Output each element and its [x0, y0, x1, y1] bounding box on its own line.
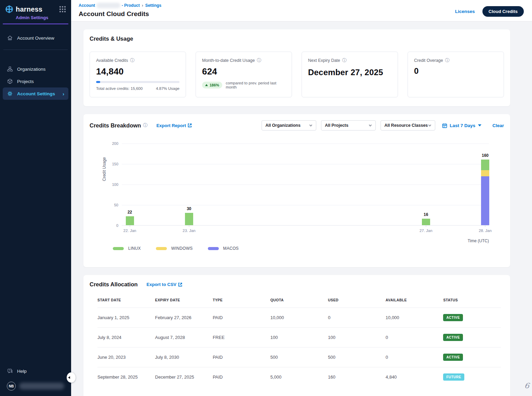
status-badge: ACTIVE: [443, 314, 463, 321]
chart-legend: LINUXWINDOWSMACOS: [113, 246, 239, 251]
y-tick-label: 200: [112, 141, 118, 146]
mtd-usage-card: Month-to-date Credit Usageⓘ 624 186% com…: [196, 52, 292, 97]
bar-segment-windows[interactable]: [481, 170, 489, 176]
table-row[interactable]: September 28, 2025December 27, 2025PAID5…: [97, 367, 501, 387]
delta-note: compared to prev. period last month: [226, 81, 285, 89]
table-row[interactable]: June 20, 2023July 8, 2030PAID5005000ACTI…: [97, 347, 501, 367]
breadcrumb-product[interactable]: - Product: [122, 3, 140, 8]
status-badge: ACTIVE: [443, 334, 463, 341]
info-icon[interactable]: ⓘ: [342, 57, 347, 64]
sidebar-item-label: Organizations: [17, 67, 45, 72]
bar-segment-linux[interactable]: [422, 219, 430, 225]
chevron-down-icon: [369, 124, 372, 127]
credits-breakdown-title: Credits Breakdown: [90, 122, 141, 129]
cloud-credits-button[interactable]: Cloud Credits: [482, 6, 524, 17]
y-tick-label: 50: [114, 203, 118, 207]
page-title: Account Cloud Credits: [79, 10, 455, 18]
info-icon[interactable]: ⓘ: [130, 57, 135, 64]
mtd-usage-label: Month-to-date Credit Usage: [202, 58, 255, 63]
date-range-picker[interactable]: Last 7 Days: [442, 123, 481, 128]
column-header-quota: QUOTA: [270, 298, 328, 308]
sidebar-divider: [3, 50, 68, 50]
legend-label: LINUX: [128, 246, 141, 251]
cell-type: PAID: [213, 347, 270, 367]
sidebar-item-account-overview[interactable]: Account Overview: [0, 32, 71, 44]
redacted-account-name: [96, 3, 120, 8]
cell-start-date: June 20, 2023: [97, 347, 155, 367]
y-tick-label: 0: [116, 223, 118, 228]
info-icon[interactable]: ⓘ: [445, 57, 450, 64]
bar-segment-linux[interactable]: [126, 216, 134, 225]
bar-segment-linux[interactable]: [185, 213, 193, 225]
bar-value-label: 16: [424, 212, 428, 217]
export-csv-link[interactable]: Export to CSV: [147, 282, 182, 287]
cell-status: FUTURE: [443, 367, 501, 387]
breadcrumb-settings[interactable]: Settings: [145, 3, 161, 8]
app-window: harness Admin Settings Account Overview …: [0, 0, 532, 396]
legend-item-linux[interactable]: LINUX: [113, 246, 141, 251]
bar-23-jan[interactable]: 30: [185, 213, 193, 225]
info-icon[interactable]: ⓘ: [143, 122, 147, 128]
breadcrumb-account[interactable]: Account: [79, 3, 95, 8]
bar-28-jan[interactable]: 160: [481, 160, 489, 225]
bar-segment-linux[interactable]: [481, 160, 489, 170]
clear-filters-link[interactable]: Clear: [492, 123, 504, 128]
admin-settings-label: Admin Settings: [0, 14, 71, 20]
info-icon[interactable]: ⓘ: [257, 57, 261, 64]
cell-start-date: September 28, 2025: [97, 367, 155, 387]
credits-breakdown-panel: Credits Breakdown ⓘ Export Report All Or…: [83, 114, 510, 267]
date-range-label: Last 7 Days: [450, 123, 475, 128]
filter-select-all-resource-classes[interactable]: All Resource Classes: [381, 120, 435, 131]
usage-percent: 4.87% Usage: [156, 86, 179, 91]
sidebar-item-organizations[interactable]: Organizations: [0, 63, 71, 75]
x-tick-label: 27. Jan: [420, 229, 433, 233]
help-label: Help: [17, 369, 27, 374]
legend-swatch: [208, 247, 219, 250]
x-tick: [485, 226, 486, 227]
cell-quota: 10,000: [270, 308, 328, 328]
help-button[interactable]: Help: [7, 368, 71, 374]
table-row[interactable]: July 8, 2024August 7, 2028FREE1001000ACT…: [97, 328, 501, 347]
sidebar-item-label: Projects: [17, 79, 34, 84]
cell-start-date: January 1, 2025: [97, 308, 155, 328]
user-row[interactable]: NB: [7, 382, 71, 391]
help-chat-icon: [7, 368, 13, 374]
x-tick: [426, 226, 426, 227]
avatar[interactable]: NB: [7, 382, 16, 391]
column-header-start-date: START DATE: [97, 298, 155, 308]
table-row[interactable]: January 1, 2025February 27, 2026PAID10,0…: [97, 308, 501, 328]
external-link-icon: [188, 123, 192, 127]
cell-used: 500: [328, 347, 386, 367]
available-credits-value: 14,840: [96, 66, 179, 77]
bar-segment-macos[interactable]: [481, 176, 489, 225]
filter-select-all-projects[interactable]: All Projects: [321, 120, 376, 131]
gridline: [122, 164, 489, 164]
legend-item-windows[interactable]: WINDOWS: [156, 246, 193, 251]
cell-available: 0: [386, 347, 443, 367]
credit-overage-card: Credit Overageⓘ 0: [408, 52, 504, 97]
x-tick: [130, 226, 130, 227]
sidebar-bottom: Help NB: [0, 368, 71, 396]
sidebar-item-projects[interactable]: Projects: [0, 75, 71, 87]
sidebar-collapse-button[interactable]: [67, 372, 76, 383]
gridline: [122, 205, 489, 205]
licenses-link[interactable]: Licenses: [455, 9, 475, 14]
apps-grid-icon[interactable]: [59, 5, 66, 13]
credits-allocation-panel: Credits Allocation Export to CSV START D…: [83, 275, 510, 396]
bar-value-label: 30: [187, 206, 191, 211]
export-report-link[interactable]: Export Report: [156, 123, 192, 128]
bar-22-jan[interactable]: 22: [126, 216, 134, 225]
bar-value-label: 160: [482, 153, 489, 158]
status-badge: ACTIVE: [443, 354, 463, 361]
filter-select-all-organizations[interactable]: All Organizations: [262, 120, 316, 131]
mtd-usage-value: 624: [202, 66, 285, 77]
sidebar: harness Admin Settings Account Overview …: [0, 0, 71, 396]
bar-27-jan[interactable]: 16: [422, 219, 430, 225]
legend-label: WINDOWS: [171, 246, 193, 251]
legend-item-macos[interactable]: MACOS: [208, 246, 239, 251]
cell-type: FREE: [213, 328, 270, 347]
status-badge: FUTURE: [443, 373, 464, 381]
sidebar-item-account-settings[interactable]: Account Settings ›: [3, 87, 68, 100]
cell-quota: 500: [270, 347, 328, 367]
x-tick-label: 22. Jan: [123, 229, 136, 233]
